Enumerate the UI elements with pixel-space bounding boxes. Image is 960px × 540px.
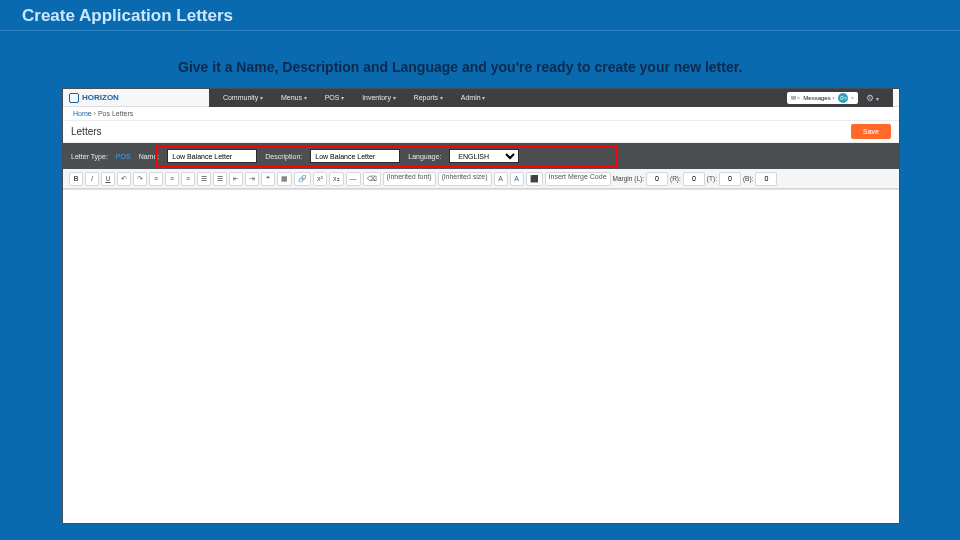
messages-label: Messages [803,94,835,101]
clear-format-button[interactable]: ⌫ [363,172,381,186]
nav-pos[interactable]: POS [325,94,344,101]
underline-button[interactable]: U [101,172,115,186]
brand-text: HORIZON [82,93,119,102]
margin-r-input[interactable] [683,172,705,186]
crumb-home[interactable]: Home [73,110,92,117]
outdent-button[interactable]: ⇤ [229,172,243,186]
name-label: Name: [139,153,160,160]
margin-t-input[interactable] [719,172,741,186]
margin-l-input[interactable] [646,172,668,186]
margin-b-input[interactable] [755,172,777,186]
brand-logo: HORIZON [69,93,119,103]
topbar: HORIZON Community Menus POS Inventory Re… [63,89,899,107]
hr-button[interactable]: — [346,172,361,186]
nav-inventory[interactable]: Inventory [362,94,395,101]
font-button[interactable]: A [494,172,508,186]
page-header: Letters Save [63,120,899,143]
bold-button[interactable]: B [69,172,83,186]
messages-button[interactable]: ✉ Messages 0 [787,92,859,104]
ordered-list-button[interactable]: ☰ [197,172,211,186]
language-select[interactable]: ENGLISH [449,149,519,163]
margin-r-label: (R): [670,175,681,182]
save-button[interactable]: Save [851,124,891,139]
redo-button[interactable]: ↷ [133,172,147,186]
crumb-current: Pos Letters [98,110,133,117]
nav-community[interactable]: Community [223,94,263,101]
editor-toolbar: B I U ↶ ↷ ≡ ≡ ≡ ☰ ☰ ⇤ ⇥ ❝ ▦ 🔗 x² x₂ — ⌫ … [63,169,899,189]
subscript-button[interactable]: x₂ [329,172,344,186]
nav-reports[interactable]: Reports [414,94,443,101]
margin-l-label: Margin (L): [613,175,644,182]
name-input[interactable] [167,149,257,163]
logo-icon [69,93,79,103]
letter-type-label: Letter Type: [71,153,108,160]
text-color-button[interactable]: A [510,172,524,186]
unordered-list-button[interactable]: ☰ [213,172,227,186]
breadcrumb: Home › Pos Letters [63,107,899,120]
merge-code-select[interactable]: Insert Merge Code [545,172,611,186]
envelope-icon: ✉ [791,94,801,101]
italic-button[interactable]: I [85,172,99,186]
gear-icon[interactable]: ⚙ [866,93,879,103]
letter-fields-bar: Letter Type: POS Name: Description: Lang… [63,143,899,169]
margin-b-label: (B): [743,175,753,182]
letter-type-value[interactable]: POS [116,153,131,160]
font-family-select[interactable]: (inherited font) [383,172,436,186]
align-center-button[interactable]: ≡ [165,172,179,186]
table-button[interactable]: ▦ [277,172,292,186]
link-button[interactable]: 🔗 [294,172,311,186]
bg-color-button[interactable]: ⬛ [526,172,543,186]
editor-canvas[interactable] [63,189,899,523]
quote-button[interactable]: ❝ [261,172,275,186]
font-size-select[interactable]: (inherited size) [438,172,492,186]
slide-subtitle: Give it a Name, Description and Language… [0,31,960,85]
page-title: Letters [71,126,102,137]
superscript-button[interactable]: x² [313,172,327,186]
align-left-button[interactable]: ≡ [149,172,163,186]
undo-button[interactable]: ↶ [117,172,131,186]
messages-count: 0 [838,93,848,103]
nav-admin[interactable]: Admin [461,94,486,101]
slide-title: Create Application Letters [0,0,960,31]
language-label: Language: [408,153,441,160]
app-screenshot: HORIZON Community Menus POS Inventory Re… [62,88,900,524]
margin-t-label: (T): [707,175,717,182]
main-nav: Community Menus POS Inventory Reports Ad… [209,89,893,107]
nav-menus[interactable]: Menus [281,94,307,101]
description-input[interactable] [310,149,400,163]
align-right-button[interactable]: ≡ [181,172,195,186]
description-label: Description: [265,153,302,160]
indent-button[interactable]: ⇥ [245,172,259,186]
